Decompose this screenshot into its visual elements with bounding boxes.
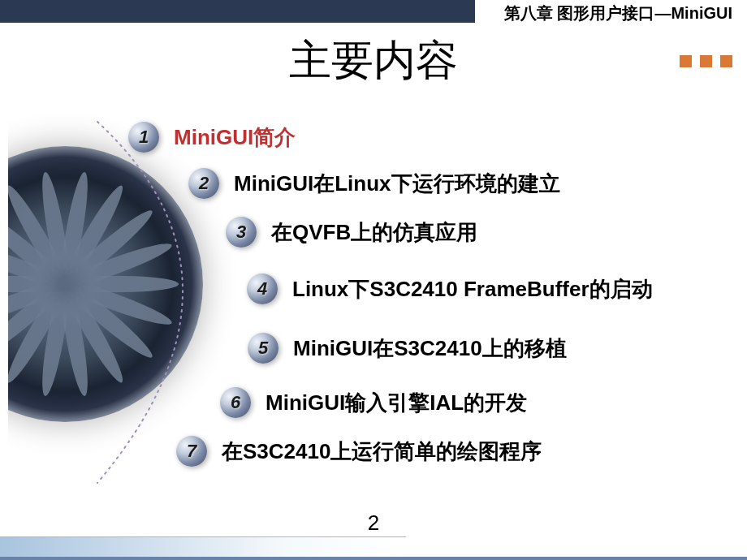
list-item-2: 2 MiniGUI在Linux下运行环境的建立 bbox=[188, 168, 560, 199]
bullet-num: 6 bbox=[220, 387, 251, 418]
decor-squares bbox=[671, 55, 732, 71]
list-item-1: 1 MiniGUI简介 bbox=[128, 122, 296, 153]
list-item-6: 6 MiniGUI输入引擎IAL的开发 bbox=[220, 387, 527, 418]
list-item-4: 4 Linux下S3C2410 FrameBuffer的启动 bbox=[247, 274, 653, 304]
footer-bar bbox=[0, 557, 747, 560]
item-label: MiniGUI简介 bbox=[174, 123, 296, 152]
bullet-num: 1 bbox=[128, 122, 159, 153]
item-label: 在S3C2410上运行简单的绘图程序 bbox=[222, 437, 542, 466]
bullet-num: 3 bbox=[226, 217, 257, 248]
page-number: 2 bbox=[368, 510, 379, 536]
list-item-5: 5 MiniGUI在S3C2410上的移植 bbox=[248, 333, 567, 364]
bullet-num: 7 bbox=[176, 436, 207, 467]
item-label: MiniGUI输入引擎IAL的开发 bbox=[266, 389, 527, 417]
item-label: MiniGUI在Linux下运行环境的建立 bbox=[234, 170, 560, 198]
item-label: 在QVFB上的仿真应用 bbox=[271, 218, 477, 247]
list-item-3: 3 在QVFB上的仿真应用 bbox=[226, 217, 477, 248]
bullet-num: 2 bbox=[188, 168, 219, 199]
bullet-num: 4 bbox=[247, 274, 278, 304]
chapter-title: 第八章 图形用户接口—MiniGUI bbox=[504, 2, 732, 24]
item-label: MiniGUI在S3C2410上的移植 bbox=[293, 334, 567, 363]
item-label: Linux下S3C2410 FrameBuffer的启动 bbox=[292, 275, 653, 304]
slide-title: 主要内容 bbox=[289, 32, 458, 89]
list-item-7: 7 在S3C2410上运行简单的绘图程序 bbox=[176, 436, 542, 467]
bullet-num: 5 bbox=[248, 333, 279, 364]
header-bar bbox=[0, 0, 475, 23]
